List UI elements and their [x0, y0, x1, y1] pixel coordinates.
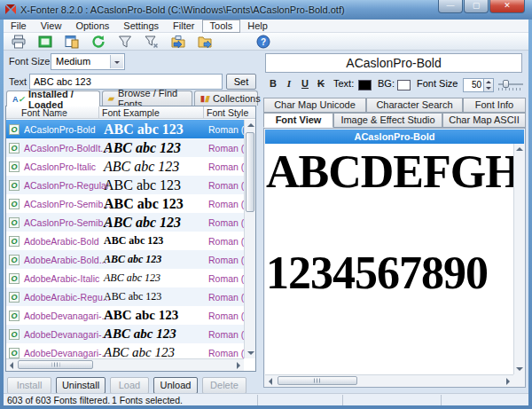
- table-row[interactable]: O ACaslonPro-Semib... ABC abc 123 Roman …: [6, 194, 244, 213]
- menu-bar: File View Options Settings Filter Tools …: [4, 20, 528, 33]
- menu-filter[interactable]: Filter: [166, 20, 201, 33]
- scrollbar-thumb[interactable]: [246, 132, 254, 212]
- tab-browse-find-fonts[interactable]: ▰ Browse / Find Fonts: [102, 90, 192, 106]
- table-row[interactable]: O AdobeArabic-Italic ABC abc 123 Roman (…: [6, 269, 244, 287]
- underline-button[interactable]: U: [298, 78, 312, 92]
- uninstall-button[interactable]: Uninstall: [56, 377, 106, 394]
- text-color-swatch[interactable]: [358, 80, 372, 90]
- font-list-vertical-scrollbar[interactable]: [244, 120, 255, 358]
- scroll-up-icon[interactable]: [247, 123, 254, 127]
- font-list-horizontal-scrollbar[interactable]: [6, 358, 244, 371]
- charmap-icon[interactable]: [34, 34, 57, 50]
- opentype-icon: O: [9, 199, 20, 209]
- table-row[interactable]: O ACaslonPro-Regular ABC abc 123 Roman (…: [6, 176, 244, 194]
- tab-character-search[interactable]: Character Search: [366, 98, 463, 113]
- scroll-down-icon[interactable]: [247, 351, 254, 355]
- window-title: X-Fonter 8.2.0 : ACaslonPro-Bold (C:\Win…: [20, 4, 345, 15]
- table-row[interactable]: O AdobeArabic-Bold... ABC abc 123 Roman …: [6, 250, 244, 269]
- scroll-up-icon[interactable]: [516, 147, 523, 151]
- font-size-slider[interactable]: [498, 80, 523, 90]
- scroll-right-icon[interactable]: [237, 362, 240, 369]
- table-row[interactable]: O ACaslonPro-Italic ABC abc 123 Roman (S…: [6, 157, 244, 176]
- bg-color-swatch[interactable]: [397, 80, 411, 90]
- table-row[interactable]: O AdobeArabic-Bold ABC abc 123 Roman (Se: [6, 232, 244, 250]
- col-font-example[interactable]: Font Example: [102, 107, 160, 118]
- menu-settings[interactable]: Settings: [116, 20, 166, 33]
- delete-button[interactable]: Delete: [202, 377, 246, 394]
- fonts-selected-status: 1 Fonts selected.: [112, 395, 183, 405]
- set-button[interactable]: Set: [226, 74, 256, 90]
- maximize-button[interactable]: ▢: [464, 0, 489, 13]
- bg-color-label: BG:: [378, 78, 395, 92]
- close-button[interactable]: ✕: [489, 0, 525, 13]
- preview-font-name-bar: ACaslonPro-Bold: [265, 130, 524, 144]
- opentype-icon: O: [9, 292, 20, 303]
- font-size-spinner[interactable]: 50: [463, 78, 484, 92]
- install-button[interactable]: Install: [7, 377, 51, 394]
- unload-button[interactable]: Unload: [153, 377, 198, 394]
- tab-image-effect-studio[interactable]: Image & Effect Studio: [333, 113, 442, 128]
- opentype-icon: O: [9, 255, 20, 265]
- minimize-button[interactable]: —: [438, 0, 463, 13]
- scroll-right-icon[interactable]: [506, 378, 510, 385]
- spinner-arrows[interactable]: [484, 78, 494, 92]
- menu-options[interactable]: Options: [68, 20, 116, 33]
- font-preview-icon[interactable]: [60, 34, 83, 50]
- print-icon[interactable]: [7, 34, 30, 50]
- scrollbar-thumb[interactable]: [18, 360, 93, 369]
- table-row[interactable]: O ACaslonPro-Bold ABC abc 123 Roman (Se: [6, 120, 244, 138]
- refresh-icon[interactable]: [87, 34, 110, 50]
- export-folder-icon[interactable]: [193, 34, 216, 50]
- tab-font-view[interactable]: Font View: [263, 113, 333, 128]
- opentype-icon: O: [9, 161, 20, 172]
- table-row[interactable]: O ACaslonPro-Semib... ABC abc 123 Roman …: [6, 213, 244, 232]
- filter-clear-icon[interactable]: [140, 34, 163, 50]
- tab-installed-loaded[interactable]: A✓ Installed / Loaded: [6, 90, 100, 106]
- tab-collections[interactable]: ▮▮ Collections: [194, 90, 258, 106]
- font-view-panel: ACaslonPro-Bold ABCDEFGHIJ 1234567890: [263, 128, 526, 388]
- tab-font-info[interactable]: Font Info: [463, 98, 526, 113]
- italic-button[interactable]: I: [282, 78, 296, 92]
- scroll-left-icon[interactable]: [10, 362, 13, 369]
- dropdown-arrow-icon[interactable]: [110, 55, 123, 68]
- scroll-down-icon[interactable]: [516, 367, 523, 371]
- left-panel: Font Size Medium Text Set A✓ Installed /…: [4, 51, 259, 393]
- help-icon[interactable]: ?: [252, 34, 275, 50]
- bold-button[interactable]: B: [266, 78, 280, 92]
- sort-ascending-icon: [58, 111, 65, 114]
- fonts-filtered-status: 603 of 603 Fonts filtered.: [7, 395, 110, 405]
- load-button[interactable]: Load: [110, 377, 149, 394]
- app-icon: [4, 4, 17, 16]
- opentype-icon: O: [9, 273, 20, 284]
- table-row[interactable]: O AdobeArabic-Regu... ABC abc 123 Roman …: [6, 287, 244, 306]
- preview-alphabet: ABCDEFGHIJ: [266, 149, 513, 195]
- tab-char-map-unicode[interactable]: Char Map Unicode: [263, 98, 366, 113]
- menu-view[interactable]: View: [34, 20, 69, 33]
- strikethrough-button[interactable]: K: [314, 78, 328, 92]
- opentype-icon: O: [9, 236, 20, 247]
- opentype-icon: O: [9, 348, 20, 358]
- font-preview-area[interactable]: ABCDEFGHIJ 1234567890: [265, 144, 513, 374]
- table-row[interactable]: O AdobeDevanagari-... ABC abc 123 Roman …: [6, 343, 244, 358]
- load-folder-icon[interactable]: [167, 34, 190, 50]
- scroll-left-icon[interactable]: [269, 378, 272, 385]
- menu-tools[interactable]: Tools: [202, 20, 241, 33]
- table-row[interactable]: O ACaslonPro-BoldIt... ABC abc 123 Roman…: [6, 138, 244, 157]
- preview-vertical-scrollbar[interactable]: [513, 144, 524, 374]
- installed-tab-icon: A✓: [12, 95, 25, 104]
- font-size-value: Medium: [56, 56, 90, 67]
- col-font-style[interactable]: Font Style: [207, 107, 248, 118]
- filter-icon[interactable]: [113, 34, 137, 50]
- menu-help[interactable]: Help: [240, 20, 275, 33]
- scrollbar-thumb[interactable]: [278, 376, 357, 385]
- preview-horizontal-scrollbar[interactable]: [265, 374, 513, 386]
- font-size-dropdown[interactable]: Medium: [51, 53, 125, 70]
- status-bar: 603 of 603 Fonts filtered. 1 Fonts selec…: [4, 393, 528, 405]
- menu-file[interactable]: File: [4, 20, 34, 33]
- tab-char-map-ascii[interactable]: Char Map ASCII: [442, 113, 526, 128]
- toolbar: ?: [4, 33, 528, 51]
- table-row[interactable]: O AdobeDevanagari-... ABC abc 123 Roman …: [6, 306, 244, 325]
- titlebar[interactable]: X-Fonter 8.2.0 : ACaslonPro-Bold (C:\Win…: [0, 0, 532, 20]
- slider-thumb[interactable]: [503, 80, 509, 88]
- table-row[interactable]: O AdobeDevanagari-... ABC abc 123 Roman …: [6, 325, 244, 343]
